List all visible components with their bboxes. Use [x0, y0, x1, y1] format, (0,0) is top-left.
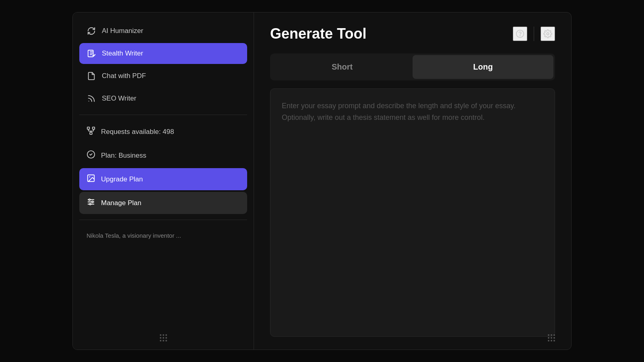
plan-label: Plan: Business	[101, 152, 146, 160]
length-toggle: Short Long	[270, 53, 555, 80]
upgrade-plan-label: Upgrade Plan	[101, 175, 143, 183]
app-container: AI Humanizer Stealth Writer	[72, 12, 572, 350]
check-circle-icon	[87, 150, 95, 161]
main-header: Generate Tool	[270, 25, 555, 42]
tab-short[interactable]: Short	[272, 55, 413, 79]
image-icon	[87, 174, 95, 185]
tab-long[interactable]: Long	[413, 55, 553, 79]
rss-icon	[87, 94, 96, 103]
manage-plan-button[interactable]: Manage Plan	[79, 192, 247, 214]
sidebar-item-chat-pdf-label: Chat with PDF	[102, 72, 146, 80]
svg-point-1	[89, 101, 89, 102]
essay-prompt-input[interactable]	[270, 88, 555, 337]
sidebar-item-stealth-writer-label: Stealth Writer	[102, 49, 143, 58]
svg-point-8	[89, 176, 90, 177]
sidebar-item-stealth-writer[interactable]: Stealth Writer	[79, 43, 247, 64]
main-drag-handle	[548, 334, 555, 341]
sidebar-history: Nikola Tesla, a visionary inventor ...	[79, 232, 247, 239]
sidebar-item-seo-writer[interactable]: SEO Writer	[79, 88, 247, 109]
requests-info: Requests available: 498	[79, 121, 247, 143]
sliders-icon	[87, 197, 95, 208]
network-icon	[87, 126, 95, 137]
page-title: Generate Tool	[270, 25, 366, 42]
svg-point-13	[92, 201, 93, 203]
sidebar-item-chat-with-pdf[interactable]: Chat with PDF	[79, 66, 247, 86]
sidebar-divider-1	[79, 115, 247, 115]
main-drag-dots	[548, 334, 555, 341]
sidebar-info-section: Requests available: 498 Plan: Business	[79, 121, 247, 167]
upgrade-plan-button[interactable]: Upgrade Plan	[79, 168, 247, 190]
edit-icon	[87, 49, 96, 58]
sidebar-divider-2	[79, 220, 247, 220]
sidebar: AI Humanizer Stealth Writer	[73, 12, 254, 350]
plan-info: Plan: Business	[79, 144, 247, 167]
sidebar-item-seo-writer-label: SEO Writer	[102, 95, 136, 103]
sidebar-drag-handle	[79, 326, 247, 341]
file-icon	[87, 71, 96, 81]
sidebar-navigation: AI Humanizer Stealth Writer	[79, 21, 247, 109]
history-item-1[interactable]: Nikola Tesla, a visionary inventor ...	[87, 232, 240, 239]
main-actions	[513, 27, 555, 41]
sidebar-item-ai-humanizer[interactable]: AI Humanizer	[79, 21, 247, 41]
main-content: Generate Tool	[254, 12, 571, 350]
help-button[interactable]	[513, 27, 527, 41]
refresh-icon	[87, 26, 96, 36]
manage-plan-label: Manage Plan	[101, 199, 141, 207]
settings-button[interactable]	[541, 27, 555, 41]
header-divider	[534, 27, 534, 41]
svg-point-12	[89, 199, 91, 201]
drag-dots	[160, 334, 167, 341]
svg-point-17	[547, 33, 549, 35]
svg-point-14	[89, 204, 91, 205]
requests-label: Requests available: 498	[101, 128, 174, 136]
sidebar-item-ai-humanizer-label: AI Humanizer	[102, 27, 143, 35]
